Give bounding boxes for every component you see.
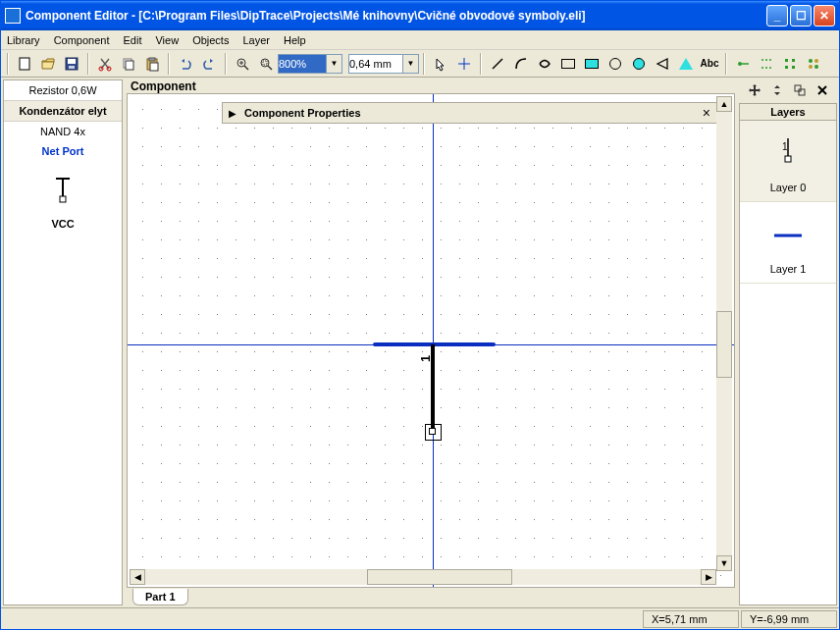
layer-0-label: Layer 0 — [744, 182, 832, 193]
scroll-left[interactable]: ◀ — [130, 569, 145, 585]
list-item[interactable]: Kondenzátor elyt — [4, 100, 122, 122]
crosshair-tool[interactable] — [453, 53, 475, 75]
zoom-combo[interactable] — [278, 54, 327, 74]
menu-help[interactable]: Help — [284, 34, 306, 46]
menu-view[interactable]: View — [155, 34, 179, 46]
grid-combo[interactable] — [348, 54, 403, 74]
status-x: X=5,71 mm — [643, 610, 739, 628]
pin-endpoint[interactable] — [425, 424, 442, 441]
svg-rect-31 — [785, 66, 788, 69]
move-icon[interactable] — [746, 81, 763, 99]
undo-button[interactable] — [175, 53, 196, 75]
list-item[interactable]: Rezistor 0,6W — [4, 80, 122, 100]
text-tool[interactable]: Abc — [699, 53, 720, 75]
net-port-link[interactable]: Net Port — [4, 141, 122, 161]
layer-0[interactable]: 1 Layer 0 — [740, 121, 836, 202]
svg-point-28 — [769, 67, 771, 69]
new-button[interactable] — [14, 53, 35, 75]
canvas-header: Component — [127, 79, 735, 93]
maximize-button[interactable]: ☐ — [790, 5, 812, 26]
grid-combo-arrow[interactable]: ▼ — [403, 54, 419, 74]
svg-point-33 — [809, 59, 813, 63]
layer-1-label: Layer 1 — [744, 263, 832, 275]
svg-rect-7 — [126, 61, 133, 70]
part-tabs: Part 1 — [127, 588, 735, 605]
circle-fill-tool[interactable] — [628, 53, 650, 75]
array-tool[interactable] — [779, 53, 801, 75]
zoom-combo-arrow[interactable]: ▼ — [327, 54, 342, 74]
line-tool[interactable] — [487, 53, 508, 75]
zoom-in-button[interactable] — [232, 53, 253, 75]
open-button[interactable] — [37, 53, 59, 75]
minimize-button[interactable]: _ — [766, 5, 788, 26]
scroll-down[interactable]: ▼ — [716, 555, 732, 571]
svg-line-16 — [268, 66, 272, 70]
settings-tool[interactable] — [803, 53, 824, 75]
scrollbar-h[interactable]: ◀ ▶ — [130, 569, 716, 585]
svg-point-23 — [761, 59, 763, 61]
rect-fill-tool[interactable] — [581, 53, 603, 75]
menu-component[interactable]: Component — [54, 34, 110, 46]
canvas[interactable]: 1 ▶ Component Properties × ▲ ▼ ◀ ▶ — [127, 93, 735, 588]
copy-button[interactable] — [118, 53, 139, 75]
layers-panel: Layers 1 Layer 0 Layer 1 — [739, 103, 837, 605]
workarea: Rezistor 0,6W Kondenzátor elyt NAND 4x N… — [1, 78, 839, 607]
svg-rect-9 — [149, 58, 155, 61]
menu-library[interactable]: Library — [7, 34, 40, 46]
delete-layer-icon[interactable] — [814, 81, 831, 99]
rect-tool[interactable] — [557, 53, 579, 75]
svg-rect-40 — [795, 85, 801, 91]
scroll-thumb-v[interactable] — [716, 311, 732, 378]
svg-rect-39 — [60, 196, 66, 202]
scroll-up[interactable]: ▲ — [716, 96, 732, 112]
list-item[interactable]: NAND 4x — [4, 122, 122, 141]
redo-button[interactable] — [198, 53, 220, 75]
svg-point-25 — [769, 59, 771, 61]
pointer-tool[interactable] — [430, 53, 451, 75]
layer-1-preview — [744, 214, 832, 257]
poly-fill-tool[interactable] — [675, 53, 697, 75]
pin-number: 1 — [418, 355, 433, 362]
merge-icon[interactable] — [791, 81, 809, 99]
scrollbar-v[interactable]: ▲ ▼ — [716, 96, 732, 571]
svg-line-20 — [493, 59, 502, 69]
right-panel: Layers 1 Layer 0 Layer 1 — [739, 79, 837, 605]
layer-1[interactable]: Layer 1 — [740, 202, 836, 284]
menu-layer[interactable]: Layer — [242, 34, 270, 46]
grid-dots-tool[interactable] — [756, 53, 777, 75]
svg-rect-32 — [792, 66, 795, 69]
menu-edit[interactable]: Edit — [124, 34, 142, 46]
svg-point-26 — [761, 67, 763, 69]
svg-point-27 — [765, 67, 767, 69]
component-list: Rezistor 0,6W Kondenzátor elyt NAND 4x N… — [3, 79, 123, 605]
poly-tool[interactable] — [652, 53, 673, 75]
scroll-right[interactable]: ▶ — [701, 569, 716, 585]
svg-rect-2 — [68, 59, 76, 64]
status-y: Y=-6,99 mm — [741, 610, 837, 628]
circle-tool[interactable] — [604, 53, 626, 75]
arc2-tool[interactable] — [534, 53, 555, 75]
save-button[interactable] — [61, 53, 82, 75]
scroll-thumb-h[interactable] — [367, 569, 511, 585]
pin-tool[interactable] — [732, 53, 754, 75]
cut-button[interactable] — [94, 53, 116, 75]
main-toolbar: ▼ ▼ Abc — [1, 50, 839, 78]
canvas-area: Component 1 ▶ Component Properties × ▲ ▼ — [127, 79, 735, 605]
svg-rect-29 — [785, 59, 788, 62]
tab-part1[interactable]: Part 1 — [132, 589, 188, 605]
svg-point-35 — [809, 65, 813, 69]
app-window: Component Editor - [C:\Program Files\Dip… — [0, 0, 840, 630]
app-icon — [5, 8, 21, 24]
expand-icon[interactable]: ▶ — [229, 108, 236, 119]
paste-button[interactable] — [141, 53, 163, 75]
updown-icon[interactable] — [768, 81, 786, 99]
crosshair-v — [433, 94, 434, 587]
svg-rect-0 — [20, 58, 29, 70]
menu-objects[interactable]: Objects — [192, 34, 229, 46]
layer-0-preview: 1 — [744, 132, 832, 176]
close-icon[interactable]: × — [703, 105, 710, 121]
component-props-bar[interactable]: ▶ Component Properties × — [222, 102, 717, 124]
close-button[interactable]: ✕ — [814, 5, 835, 26]
zoom-window-button[interactable] — [255, 53, 277, 75]
arc-tool[interactable] — [510, 53, 532, 75]
